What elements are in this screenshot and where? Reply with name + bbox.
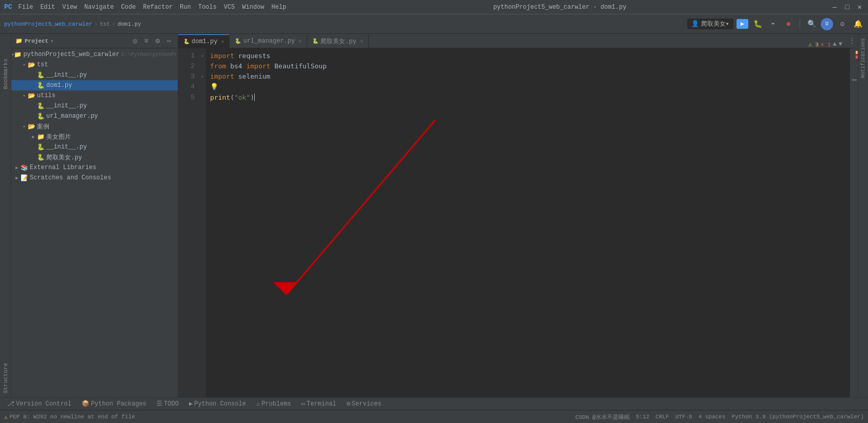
bookmarks-vtab[interactable]: Bookmarks	[2, 54, 10, 93]
issues-toggle-up[interactable]: ▲	[833, 41, 837, 48]
tab-settings-btn[interactable]: ⋮	[846, 34, 858, 48]
tab-url-manager[interactable]: 🐍 url_manager.py ✕	[230, 34, 307, 48]
root-path: E:\Python\pythonPr...	[122, 52, 178, 58]
tab-todo[interactable]: ☰ TODO	[152, 397, 184, 410]
tab-services[interactable]: ⚙ Services	[342, 397, 387, 410]
menu-code[interactable]: Code	[118, 3, 139, 12]
cursor-position[interactable]: 5:12	[636, 414, 649, 420]
toolbar-separator	[800, 19, 800, 29]
menu-refactor[interactable]: Refactor	[140, 3, 176, 12]
todo-label: TODO	[164, 400, 179, 408]
tree-item-url-manager[interactable]: 🐍 url_manager.py	[11, 111, 178, 121]
tree-item-tst[interactable]: ▾ 📂 tst	[11, 60, 178, 70]
tree-item-scratches[interactable]: ▶ 📝 Scratches and Consoles	[11, 173, 178, 183]
tree-item-cases[interactable]: ▾ 📂 案例	[11, 121, 178, 132]
account-selector[interactable]: 👤 爬取美女▾	[687, 19, 733, 29]
sidebar-gear-btn[interactable]: ⋯	[164, 36, 174, 46]
notifications-vtab[interactable]: Notifications	[859, 34, 867, 82]
toggle-tst[interactable]: ▾	[21, 62, 28, 68]
menu-window[interactable]: Window	[239, 3, 267, 12]
python-version[interactable]: Python 3.9 (pythonProject5_web_carwler)	[732, 414, 864, 420]
tst-label: tst	[37, 61, 48, 68]
toggle-meinu[interactable]: ▶	[30, 134, 37, 140]
menu-edit[interactable]: Edit	[37, 3, 58, 12]
debug-button[interactable]: 🐛	[751, 18, 764, 30]
notifications-button[interactable]: 🔔	[852, 18, 864, 30]
tree-item-external[interactable]: ▶ 📚 External Libraries	[11, 162, 178, 173]
root-folder-icon: 📁	[14, 51, 22, 59]
code-editor[interactable]: import requests from bs4 import Beautifu…	[206, 48, 850, 397]
tab-close-dom1[interactable]: ✕	[221, 39, 224, 45]
menu-file[interactable]: File	[15, 3, 36, 12]
tab-python-packages[interactable]: 📦 Python Packages	[77, 397, 152, 410]
minimize-button[interactable]: —	[831, 3, 839, 11]
menu-bar-inline: File Edit View Navigate Code Refactor Ru…	[15, 3, 290, 12]
toggle-utils[interactable]: ▾	[21, 93, 28, 99]
console-icon: ▶	[189, 400, 193, 408]
search-icon: 🔍	[807, 20, 816, 28]
breadcrumb-project[interactable]: pythonProject5_web_carwler	[4, 21, 92, 27]
menu-navigate[interactable]: Navigate	[81, 3, 117, 12]
menu-vcs[interactable]: VCS	[221, 3, 238, 12]
warning-icon: ⚠	[4, 414, 8, 420]
coverage-icon: ☂	[771, 20, 775, 28]
encoding[interactable]: UTF-8	[675, 414, 692, 420]
tree-item-meinu[interactable]: ▶ 📁 美女图片	[11, 132, 178, 142]
settings-button[interactable]: ⚙	[836, 18, 848, 30]
tree-item-dom1[interactable]: 🐍 dom1.py	[11, 80, 178, 90]
tab-close-pa[interactable]: ✕	[360, 38, 363, 44]
search-button[interactable]: 🔍	[805, 18, 818, 30]
maximize-button[interactable]: □	[843, 3, 851, 11]
error-count: ✕ 1	[821, 41, 831, 48]
tab-pameinu[interactable]: 🐍 爬取美女.py ✕	[307, 34, 369, 48]
window-title: pythonProject5_web_carwler - dom1.py	[493, 4, 626, 11]
fold-3[interactable]: ▾	[199, 71, 206, 82]
breadcrumb-tst[interactable]: tst	[100, 21, 110, 27]
toggle-cases[interactable]: ▾	[21, 124, 28, 130]
toggle-external[interactable]: ▶	[13, 165, 21, 171]
menu-help[interactable]: Help	[269, 3, 290, 12]
menu-view[interactable]: View	[59, 3, 80, 12]
tab-problems[interactable]: ⚠ Problems	[251, 397, 296, 410]
structure-vtab[interactable]: Structure	[2, 359, 10, 397]
stop-button[interactable]: ■	[782, 18, 795, 30]
indent-info[interactable]: 4 spaces	[699, 414, 726, 420]
menu-run[interactable]: Run	[177, 3, 194, 12]
todo-icon: ☰	[157, 400, 162, 408]
collapse-all-btn[interactable]: ≡	[142, 36, 151, 46]
tree-item-utils[interactable]: ▾ 📂 utils	[11, 90, 178, 101]
tree-item-init1[interactable]: 🐍 __init__.py	[11, 70, 178, 80]
coverage-button[interactable]: ☂	[767, 18, 779, 30]
toggle-scratches[interactable]: ▶	[13, 175, 21, 181]
sidebar: 📁 Project ▾ ◎ ≡ ⚙ ⋯ ▾ 📁 pythonProject5_w…	[11, 34, 178, 397]
issues-toggle-down[interactable]: ▼	[839, 41, 842, 48]
user-avatar[interactable]: U	[821, 18, 833, 30]
py-icon-pa: 🐍	[37, 154, 45, 161]
close-button[interactable]: ✕	[856, 3, 864, 11]
locate-file-btn[interactable]: ◎	[130, 36, 140, 46]
breadcrumb-file[interactable]: dom1.py	[118, 21, 141, 27]
sidebar-settings-btn[interactable]: ⚙	[153, 36, 162, 46]
breadcrumb-sep2: ›	[112, 21, 116, 27]
tree-item-init3[interactable]: 🐍 __init__.py	[11, 142, 178, 152]
tab-version-control[interactable]: ⎇ Version Control	[2, 397, 77, 410]
tab-close-url[interactable]: ✕	[298, 38, 301, 44]
tab-python-console[interactable]: ▶ Python Console	[184, 397, 251, 410]
terminal-icon: ▭	[301, 400, 305, 408]
toolbar-right: 👤 爬取美女▾ ▶ 🐛 ☂ ■ 🔍 U ⚙ 🔔	[687, 18, 864, 30]
run-button[interactable]: ▶	[737, 19, 748, 29]
line-ending[interactable]: CRLF	[655, 414, 669, 420]
tab-dom1[interactable]: 🐍 dom1.py ✕	[178, 34, 230, 48]
fold-4	[199, 82, 206, 92]
vc-label: Version Control	[16, 400, 71, 408]
problems-icon: ⚠	[256, 400, 260, 408]
fold-5	[199, 92, 206, 102]
tree-item-pameinu[interactable]: 🐍 爬取美女.py	[11, 152, 178, 162]
tree-item-root[interactable]: ▾ 📁 pythonProject5_web_carwler E:\Python…	[11, 49, 178, 60]
fold-1[interactable]: ▾	[199, 51, 206, 61]
tab-terminal[interactable]: ▭ Terminal	[296, 397, 342, 410]
main-layout: Bookmarks Structure 📁 Project ▾ ◎ ≡ ⚙ ⋯ …	[0, 34, 868, 397]
menu-tools[interactable]: Tools	[195, 3, 220, 12]
pa-label: 爬取美女.py	[46, 153, 82, 162]
tree-item-init2[interactable]: 🐍 __init__.py	[11, 101, 178, 111]
